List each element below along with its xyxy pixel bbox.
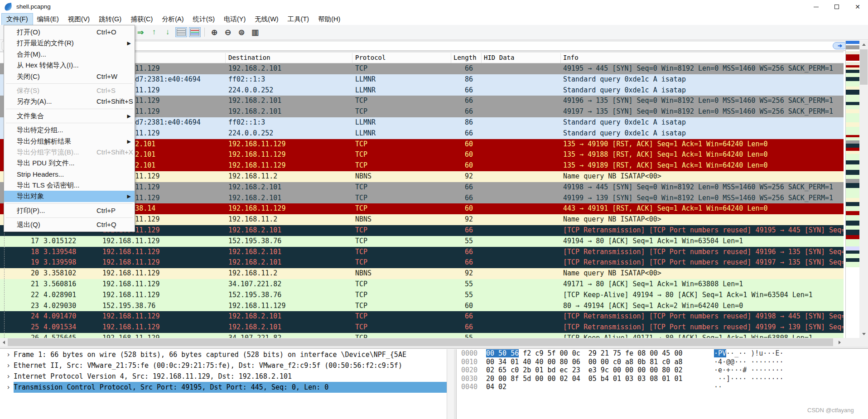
cell-dst: 192.168.2.101 — [228, 182, 351, 193]
menu-item[interactable]: 从 Hex 转储导入(I)... — [4, 60, 135, 71]
go-first-packet-icon[interactable]: ↑ — [149, 27, 159, 38]
resize-columns-icon[interactable]: ▥ — [250, 27, 260, 38]
expand-chevron-icon[interactable]: › — [6, 360, 13, 371]
detail-row[interactable]: ›Ethernet II, Src: VMware_21:75:fe (00:0… — [0, 360, 447, 371]
menubar-item[interactable]: 文件(F) — [2, 14, 33, 25]
packet-row[interactable]: 254.091534192.168.11.129192.168.2.101TCP… — [0, 322, 844, 333]
cell-len: 86 — [435, 117, 473, 128]
detail-row[interactable]: ›Frame 1: 66 bytes on wire (528 bits), 6… — [0, 349, 447, 360]
zoom-in-icon[interactable]: ⊕ — [209, 27, 220, 38]
packet-row[interactable]: 264.575645192.168.11.12934.107.221.82TCP… — [0, 333, 844, 338]
ascii-bytes[interactable]: ·· — [714, 383, 722, 391]
go-last-packet-icon[interactable]: ↓ — [162, 27, 173, 38]
menu-item[interactable]: 导出 TLS 会话密钥... — [4, 180, 135, 191]
ascii-selected-bytes[interactable]: ·PV — [714, 349, 726, 357]
detail-row[interactable]: ›Internet Protocol Version 4, Src: 192.1… — [0, 371, 447, 382]
menubar-item[interactable]: 统计(S) — [188, 14, 219, 25]
details-scrollbar[interactable] — [447, 349, 454, 419]
cell-len: 66 — [435, 63, 473, 74]
menubar-item[interactable]: 分析(A) — [157, 14, 188, 25]
vertical-scrollbar-thumb[interactable] — [860, 49, 868, 85]
expand-chevron-icon[interactable]: › — [6, 371, 13, 382]
column-header-len[interactable]: Length — [453, 54, 477, 61]
packet-row[interactable]: 244.091470192.168.11.129192.168.2.101TCP… — [0, 311, 844, 322]
column-header-info[interactable]: Info — [563, 54, 579, 61]
packet-row[interactable]: 234.029030152.195.38.76192.168.11.129TCP… — [0, 301, 844, 312]
maximize-button[interactable] — [826, 0, 847, 14]
detail-row[interactable]: ›Transmission Control Protocol, Src Port… — [0, 382, 447, 393]
packet-row[interactable]: 224.028901192.168.11.129152.195.38.76TCP… — [0, 290, 844, 301]
hex-row[interactable]: 004004 02·· — [457, 383, 868, 391]
ascii-bytes[interactable]: ··]···· ········ — [714, 375, 784, 383]
column-separator[interactable] — [451, 53, 451, 63]
menu-item[interactable]: 导出特定分组... — [4, 125, 135, 135]
menubar-item[interactable]: 电话(Y) — [219, 14, 250, 25]
menu-item[interactable]: 导出对象▶ — [4, 191, 135, 202]
expand-chevron-icon[interactable]: › — [6, 349, 13, 360]
scroll-up-arrow-icon[interactable] — [859, 41, 868, 48]
packet-row[interactable]: 213.560816192.168.11.12934.107.221.82TCP… — [0, 279, 844, 290]
column-header-proto[interactable]: Protocol — [355, 54, 386, 61]
menu-item[interactable]: 合并(M)... — [4, 49, 135, 60]
menu-item[interactable]: 关闭(C)Ctrl+W — [4, 71, 135, 82]
expand-chevron-icon[interactable]: › — [6, 382, 13, 393]
column-separator[interactable] — [225, 53, 226, 63]
menu-item[interactable]: 打开(O)Ctrl+O — [4, 27, 135, 38]
menu-item[interactable]: 文件集合▶ — [4, 111, 135, 121]
packet-row[interactable]: 203.358102192.168.11.129192.168.11.2NBNS… — [0, 268, 844, 279]
vertical-scrollbar[interactable] — [859, 41, 868, 338]
auto-scroll-icon[interactable] — [176, 28, 187, 37]
hex-row[interactable]: 003020 00 8f 5d 00 00 02 04 05 b4 01 03 … — [457, 375, 868, 383]
menubar-item[interactable]: 帮助(H) — [313, 14, 345, 25]
menu-item[interactable]: 导出分组解析结果▶ — [4, 136, 135, 147]
ascii-bytes[interactable]: ·4·@@··· ········ — [714, 358, 784, 366]
zoom-original-icon[interactable]: ⊜ — [236, 27, 247, 38]
close-button[interactable]: ✕ — [847, 0, 868, 14]
hex-row[interactable]: 001000 34 01 40 40 00 80 06 00 00 c0 a8 … — [457, 358, 868, 366]
cell-len: 66 — [435, 85, 473, 96]
menubar-item[interactable]: 捕获(C) — [126, 14, 157, 25]
menu-item[interactable]: 打印(P)...Ctrl+P — [4, 205, 135, 216]
column-separator[interactable] — [481, 53, 482, 63]
scroll-left-arrow-icon[interactable] — [0, 338, 8, 347]
hex-bytes[interactable]: 00 34 01 40 40 00 80 06 00 00 c0 a8 0b 8… — [486, 358, 682, 366]
packet-row[interactable]: 173.015122192.168.11.129152.195.38.76TCP… — [0, 236, 844, 247]
packet-row[interactable]: 193.139598192.168.11.129192.168.2.101TCP… — [0, 257, 844, 268]
hex-bytes[interactable]: 00 50 56 f2 c9 5f 00 0c 29 21 75 fe 08 0… — [486, 349, 682, 358]
menubar-item[interactable]: 工具(T) — [283, 14, 314, 25]
hex-bytes[interactable]: 04 02 — [486, 383, 506, 391]
packet-list-minimap[interactable] — [845, 41, 859, 338]
cell-info: Standard query 0xde1c A isatap — [563, 117, 844, 128]
menu-item[interactable]: 退出(Q)Ctrl+Q — [4, 219, 135, 230]
column-separator[interactable] — [352, 53, 352, 63]
hex-row[interactable]: 002002 65 c0 2b 01 bd ec 23 e3 9c 00 00 … — [457, 366, 868, 375]
menu-item[interactable]: Strip Headers... — [4, 169, 135, 180]
menubar-item[interactable]: 编辑(E) — [33, 14, 63, 25]
menubar-item[interactable]: 跳转(G) — [94, 14, 126, 25]
menu-item[interactable]: 导出 PDU 到文件... — [4, 158, 135, 169]
column-header-dst[interactable]: Destination — [228, 54, 270, 61]
colorize-packets-icon[interactable] — [189, 28, 200, 37]
cell-src: 192.168.11.129 — [102, 311, 225, 322]
go-to-packet-icon[interactable]: ⇒ — [135, 27, 146, 38]
column-separator[interactable] — [560, 53, 561, 63]
hex-bytes[interactable]: 02 65 c0 2b 01 bd ec 23 e3 9c 00 00 00 0… — [486, 366, 682, 375]
hex-bytes[interactable]: 20 00 8f 5d 00 00 02 04 05 b4 01 03 03 0… — [486, 375, 682, 383]
menubar-item[interactable]: 无线(W) — [250, 14, 283, 25]
scroll-down-arrow-icon[interactable] — [859, 330, 868, 338]
hex-row[interactable]: 000000 50 56 f2 c9 5f 00 0c 29 21 75 fe … — [457, 349, 868, 358]
ascii-bytes[interactable]: ·PV··_·· )!u···E· — [714, 349, 784, 358]
minimize-button[interactable] — [805, 0, 826, 14]
column-header-hid[interactable]: HID Data — [484, 54, 514, 61]
pane-splitter[interactable] — [0, 347, 868, 349]
menu-item[interactable]: 打开最近的文件(R)▶ — [4, 38, 135, 48]
ascii-bytes[interactable]: ·e·+···# ········ — [714, 366, 784, 375]
zoom-out-icon[interactable]: ⊖ — [222, 27, 233, 38]
menu-item[interactable]: 另存为(A)...Ctrl+Shift+S — [4, 96, 135, 107]
horizontal-scrollbar-thumb[interactable] — [8, 338, 833, 346]
scroll-right-arrow-icon[interactable] — [836, 338, 844, 347]
menubar-item[interactable]: 视图(V) — [63, 14, 94, 25]
hex-selected-bytes[interactable]: 00 50 56 — [486, 349, 519, 357]
horizontal-scrollbar[interactable] — [0, 338, 844, 347]
packet-row[interactable]: 183.139548192.168.11.129192.168.2.101TCP… — [0, 247, 844, 258]
